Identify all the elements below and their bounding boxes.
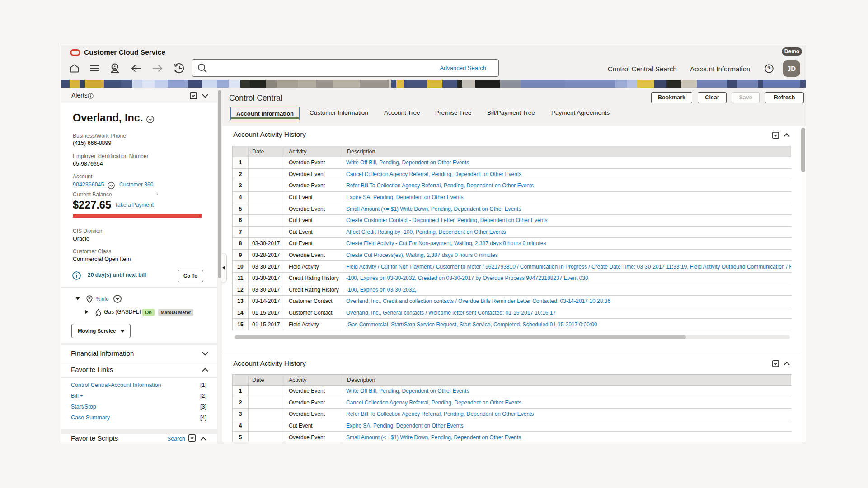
svg-text:?: ? [767, 65, 770, 72]
